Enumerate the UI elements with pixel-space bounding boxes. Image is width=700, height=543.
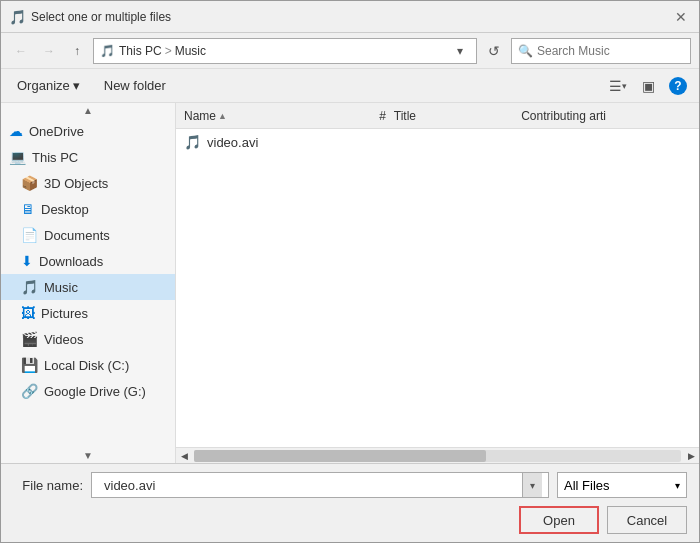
documents-icon: 📄 xyxy=(21,227,38,243)
hscroll-thumb xyxy=(194,450,486,462)
sidebar-item-onedrive[interactable]: ☁ OneDrive xyxy=(1,118,175,144)
hscroll-track[interactable] xyxy=(194,450,681,462)
breadcrumb-this-pc: This PC xyxy=(119,44,162,58)
search-icon: 🔍 xyxy=(518,44,533,58)
filename-input-wrapper: ▾ xyxy=(91,472,549,498)
col-header-hash[interactable]: # xyxy=(354,109,394,123)
col-contrib-label: Contributing arti xyxy=(521,109,606,123)
sidebar-item-videos[interactable]: 🎬 Videos xyxy=(1,326,175,352)
open-label: Open xyxy=(543,513,575,528)
filetype-dropdown-icon: ▾ xyxy=(675,480,680,491)
sidebar-item-local-disk[interactable]: 💾 Local Disk (C:) xyxy=(1,352,175,378)
buttons-row: Open Cancel xyxy=(13,506,687,534)
sidebar-item-this-pc[interactable]: 💻 This PC xyxy=(1,144,175,170)
table-row[interactable]: 🎵 video.avi xyxy=(176,129,699,155)
secondary-toolbar: Organize ▾ New folder ☰ ▾ ▣ ? xyxy=(1,69,699,103)
sidebar-item-label: Desktop xyxy=(41,202,89,217)
new-folder-label: New folder xyxy=(104,78,166,93)
breadcrumb-music: Music xyxy=(175,44,206,58)
downloads-icon: ⬇ xyxy=(21,253,33,269)
onedrive-icon: ☁ xyxy=(9,123,23,139)
3d-objects-icon: 📦 xyxy=(21,175,38,191)
title-bar: 🎵 Select one or multiple files ✕ xyxy=(1,1,699,33)
hscroll-left-button[interactable]: ◀ xyxy=(176,448,192,464)
file-list: Name ▲ # Title Contributing arti 🎵 xyxy=(176,103,699,463)
filetype-select[interactable]: All Files ▾ xyxy=(557,472,687,498)
nav-toolbar: ← → ↑ 🎵 This PC > Music ▾ ↺ 🔍 xyxy=(1,33,699,69)
sidebar-item-downloads[interactable]: ⬇ Downloads xyxy=(1,248,175,274)
preview-icon: ▣ xyxy=(642,78,655,94)
cancel-button[interactable]: Cancel xyxy=(607,506,687,534)
col-header-contrib[interactable]: Contributing arti xyxy=(521,109,691,123)
filetype-value: All Files xyxy=(564,478,610,493)
view-icon: ☰ xyxy=(609,78,622,94)
view-dropdown-icon: ▾ xyxy=(622,81,627,91)
organize-dropdown-icon: ▾ xyxy=(73,78,80,93)
open-button[interactable]: Open xyxy=(519,506,599,534)
file-list-body: 🎵 video.avi xyxy=(176,129,699,447)
sidebar-scroll-down[interactable]: ▼ xyxy=(1,448,175,463)
horizontal-scrollbar: ◀ ▶ xyxy=(176,447,699,463)
up-button[interactable]: ↑ xyxy=(65,39,89,63)
hscroll-right-button[interactable]: ▶ xyxy=(683,448,699,464)
organize-button[interactable]: Organize ▾ xyxy=(9,75,88,96)
sidebar-item-label: Music xyxy=(44,280,78,295)
filename-input[interactable] xyxy=(98,478,522,493)
sidebar-item-pictures[interactable]: 🖼 Pictures xyxy=(1,300,175,326)
file-name-cell: 🎵 video.avi xyxy=(184,134,347,150)
sidebar-item-3d-objects[interactable]: 📦 3D Objects xyxy=(1,170,175,196)
col-header-name[interactable]: Name ▲ xyxy=(184,109,354,123)
sidebar-item-label: Documents xyxy=(44,228,110,243)
vlc-file-icon: 🎵 xyxy=(184,134,201,150)
breadcrumb-music-icon: 🎵 xyxy=(100,44,115,58)
sidebar-item-label: Local Disk (C:) xyxy=(44,358,129,373)
sidebar-item-label: Videos xyxy=(44,332,84,347)
search-input[interactable] xyxy=(537,44,684,58)
sidebar-scroll-up[interactable]: ▲ xyxy=(1,103,175,118)
sidebar-item-documents[interactable]: 📄 Documents xyxy=(1,222,175,248)
local-disk-icon: 💾 xyxy=(21,357,38,373)
back-button[interactable]: ← xyxy=(9,39,33,63)
sidebar-item-label: Google Drive (G:) xyxy=(44,384,146,399)
breadcrumb[interactable]: 🎵 This PC > Music ▾ xyxy=(93,38,477,64)
sidebar-item-label: 3D Objects xyxy=(44,176,108,191)
filename-dropdown-btn[interactable]: ▾ xyxy=(522,473,542,497)
dialog-title: Select one or multiple files xyxy=(31,10,671,24)
help-button[interactable]: ? xyxy=(665,73,691,99)
this-pc-icon: 💻 xyxy=(9,149,26,165)
desktop-icon: 🖥 xyxy=(21,201,35,217)
col-name-label: Name xyxy=(184,109,216,123)
view-button[interactable]: ☰ ▾ xyxy=(605,73,631,99)
bottom-bar: File name: ▾ All Files ▾ Open Cancel xyxy=(1,463,699,542)
column-headers: Name ▲ # Title Contributing arti xyxy=(176,103,699,129)
new-folder-button[interactable]: New folder xyxy=(96,75,174,96)
col-header-title[interactable]: Title xyxy=(394,109,521,123)
content-area: ▲ ☁ OneDrive 💻 This PC 📦 3D Objects 🖥 De… xyxy=(1,103,699,463)
forward-button[interactable]: → xyxy=(37,39,61,63)
breadcrumb-dropdown-btn[interactable]: ▾ xyxy=(450,44,470,58)
preview-button[interactable]: ▣ xyxy=(635,73,661,99)
videos-icon: 🎬 xyxy=(21,331,38,347)
breadcrumb-sep1: > xyxy=(165,44,172,58)
file-name: video.avi xyxy=(207,135,258,150)
organize-label: Organize xyxy=(17,78,70,93)
sidebar-item-music[interactable]: 🎵 Music xyxy=(1,274,175,300)
sidebar-item-label: OneDrive xyxy=(29,124,84,139)
close-button[interactable]: ✕ xyxy=(671,7,691,27)
sort-icon: ▲ xyxy=(218,111,227,121)
refresh-button[interactable]: ↺ xyxy=(481,38,507,64)
pictures-icon: 🖼 xyxy=(21,305,35,321)
sidebar-item-google-drive[interactable]: 🔗 Google Drive (G:) xyxy=(1,378,175,404)
file-dialog: 🎵 Select one or multiple files ✕ ← → ↑ 🎵… xyxy=(0,0,700,543)
sidebar-item-label: Downloads xyxy=(39,254,103,269)
view-controls: ☰ ▾ ▣ ? xyxy=(605,73,691,99)
help-icon: ? xyxy=(669,77,687,95)
col-title-label: Title xyxy=(394,109,416,123)
vlc-icon: 🎵 xyxy=(9,9,25,25)
sidebar-item-label: Pictures xyxy=(41,306,88,321)
search-box: 🔍 xyxy=(511,38,691,64)
google-drive-icon: 🔗 xyxy=(21,383,38,399)
sidebar-item-desktop[interactable]: 🖥 Desktop xyxy=(1,196,175,222)
col-hash-label: # xyxy=(379,109,386,123)
sidebar-item-label: This PC xyxy=(32,150,78,165)
